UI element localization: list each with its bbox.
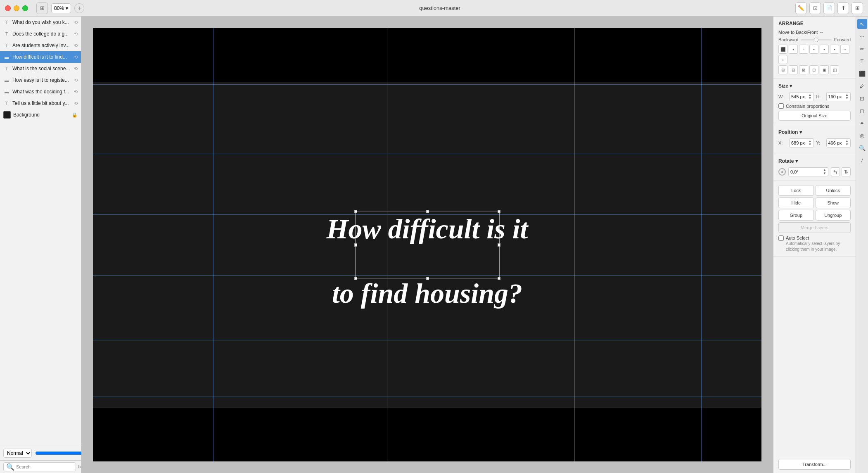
add-tab-button[interactable]: + [74, 3, 84, 13]
maximize-button[interactable] [22, 5, 28, 11]
flip-h-btn[interactable]: ⇆ [831, 167, 840, 176]
toolbar-icon-2[interactable]: ⊡ [809, 2, 821, 14]
align-btn-a[interactable]: ⊞ [778, 65, 787, 74]
layer-item-6[interactable]: ▬ How easy is it to registe... ⟲ [0, 74, 81, 86]
close-button[interactable] [5, 5, 11, 11]
layer-item-1[interactable]: T What do you wish you k... ⟲ [0, 17, 81, 28]
align-left-btn[interactable]: ⬛ [778, 45, 787, 54]
main-area: T What do you wish you k... ⟲ T Does the… [0, 17, 868, 473]
unlock-button[interactable]: Unlock [816, 185, 851, 196]
distribute-v-btn[interactable]: ↕ [778, 55, 787, 64]
toolbar-layers-icon[interactable]: ⊞ [36, 2, 48, 14]
position-x-stepper[interactable]: ▲▼ [809, 140, 812, 146]
eraser-tool-icon[interactable]: ◻ [857, 106, 867, 116]
align-btn-e[interactable]: ▣ [820, 65, 829, 74]
size-h-label: H: [816, 94, 824, 99]
auto-select-row: Auto Select Automatically select layers … [778, 235, 851, 252]
original-size-button[interactable]: Original Size [778, 111, 851, 121]
toolbar-right: ✏️ ⊡ 📄 ⬆ ⊞ [795, 2, 863, 14]
toolbar-left: ⊞ 80% ▾ + [36, 2, 84, 14]
align-bottom-btn[interactable]: ▪ [830, 45, 839, 54]
text-tool-icon[interactable]: T [857, 56, 867, 66]
search-input[interactable] [16, 464, 73, 469]
align-btn-f[interactable]: ◫ [830, 65, 839, 74]
layer-link-5: ⟲ [74, 66, 78, 71]
distribute-h-btn[interactable]: ↔ [840, 45, 849, 54]
lock-button[interactable]: Lock [778, 185, 814, 196]
layer-label-8: Tell us a little bit about y... [12, 100, 71, 106]
layer-link-2: ⟲ [74, 31, 78, 37]
group-button[interactable]: Group [778, 210, 814, 221]
hide-button[interactable]: Hide [778, 197, 814, 208]
transform-button[interactable]: Transform... [778, 459, 851, 470]
layer-link-1: ⟲ [74, 20, 78, 25]
traffic-lights [5, 5, 28, 11]
right-toolbar: ↖ ⊹ ✏ T ⬛ 🖊 ⊡ ◻ ✦ ◎ 🔍 / [856, 17, 868, 473]
align-btn-c[interactable]: ⊠ [799, 65, 808, 74]
back-front-slider[interactable] [801, 39, 831, 40]
layer-lock-icon: 🔒 [72, 112, 78, 118]
layer-item-5[interactable]: T What is the social scene... ⟲ [0, 63, 81, 74]
size-h-input[interactable]: 160 px ▲▼ [826, 92, 851, 101]
align-btn-b[interactable]: ⊟ [789, 65, 798, 74]
clone-tool-icon[interactable]: ⊡ [857, 93, 867, 103]
brush-tool-icon[interactable]: 🖊 [857, 81, 867, 91]
align-top-btn[interactable]: ▪ [809, 45, 818, 54]
rotate-angle-input[interactable]: 0.0° ▲▼ [788, 167, 828, 176]
constrain-checkbox[interactable] [778, 103, 784, 109]
rotate-circle[interactable] [778, 168, 786, 176]
bucket-tool-icon[interactable]: ⬛ [857, 69, 867, 78]
align-right-btn[interactable]: ▫ [799, 45, 808, 54]
eyedropper-tool-icon[interactable]: / [857, 155, 867, 165]
opacity-slider[interactable] [35, 450, 88, 456]
auto-select-text: Auto Select Automatically select layers … [786, 235, 851, 252]
size-w-input[interactable]: 545 px ▲▼ [789, 92, 814, 101]
layer-item-3[interactable]: T Are students actively inv... ⟲ [0, 40, 81, 51]
position-x-input[interactable]: 689 px ▲▼ [789, 138, 814, 147]
canvas-text[interactable]: How difficult is it to find housing? [326, 180, 528, 309]
position-y-stepper[interactable]: ▲▼ [845, 140, 849, 146]
cursor-tool-icon[interactable]: ↖ [857, 19, 867, 29]
align-center-h-btn[interactable]: ▪ [789, 45, 798, 54]
zoom-control[interactable]: 80% ▾ [51, 3, 71, 13]
lock-unlock-row: Lock Unlock [778, 185, 851, 196]
minimize-button[interactable] [14, 5, 19, 11]
layer-item-7[interactable]: ▬ What was the deciding f... ⟲ [0, 86, 81, 97]
zoom-tool-icon[interactable]: 🔍 [857, 143, 867, 153]
show-button[interactable]: Show [816, 197, 851, 208]
layer-item-8[interactable]: T Tell us a little bit about y... ⟲ [0, 97, 81, 109]
toolbar-icon-3[interactable]: 📄 [823, 2, 835, 14]
arrange-section: ARRANGE Move to Back/Front → Backward Fo… [773, 17, 856, 79]
canvas-text-line2: to find housing? [332, 278, 522, 309]
ungroup-button[interactable]: Ungroup [816, 210, 851, 221]
align-center-v-btn[interactable]: ▪ [820, 45, 829, 54]
shape-tool-icon[interactable]: ✏ [857, 44, 867, 54]
layer-item-2[interactable]: T Does the college do a g... ⟲ [0, 28, 81, 40]
blend-mode-select[interactable]: Normal [3, 449, 32, 458]
position-x-row: X: 689 px ▲▼ Y: 466 px ▲▼ [778, 138, 851, 147]
toolbar-icon-1[interactable]: ✏️ [795, 2, 807, 14]
blur-tool-icon[interactable]: ◎ [857, 131, 867, 140]
crop-tool-icon[interactable]: ⊹ [857, 31, 867, 41]
align-btn-group-1: ⬛ ▪ ▫ ▪ ▪ ▪ ↔ ↕ [778, 45, 851, 64]
layer-item-bg[interactable]: Background 🔒 [0, 109, 81, 121]
rotate-angle-stepper[interactable]: ▲▼ [823, 169, 826, 175]
auto-select-checkbox[interactable] [778, 235, 784, 241]
layer-link-7: ⟲ [74, 89, 78, 95]
flip-v-btn[interactable]: ⇅ [842, 167, 851, 176]
size-w-stepper[interactable]: ▲▼ [809, 93, 812, 100]
toolbar-icon-4[interactable]: ⬆ [837, 2, 849, 14]
hide-show-row: Hide Show [778, 197, 851, 208]
toolbar-icon-5[interactable]: ⊞ [851, 2, 863, 14]
size-h-stepper[interactable]: ▲▼ [845, 93, 849, 100]
align-btn-d[interactable]: ⊡ [809, 65, 818, 74]
position-x-value: 689 px [791, 140, 805, 145]
refresh-icon[interactable]: ↻ [78, 464, 81, 470]
layer-item-4[interactable]: ▬ How difficult is it to find... ⟲ [0, 51, 81, 63]
canvas-area[interactable]: How difficult is it to find housing? [81, 17, 773, 473]
layer-label-3: Are students actively inv... [12, 43, 71, 48]
effects-tool-icon[interactable]: ✦ [857, 118, 867, 128]
merge-layers-button[interactable]: Merge Layers [778, 222, 851, 233]
search-bar[interactable]: 🔍 [3, 462, 76, 471]
position-y-input[interactable]: 466 px ▲▼ [826, 138, 851, 147]
